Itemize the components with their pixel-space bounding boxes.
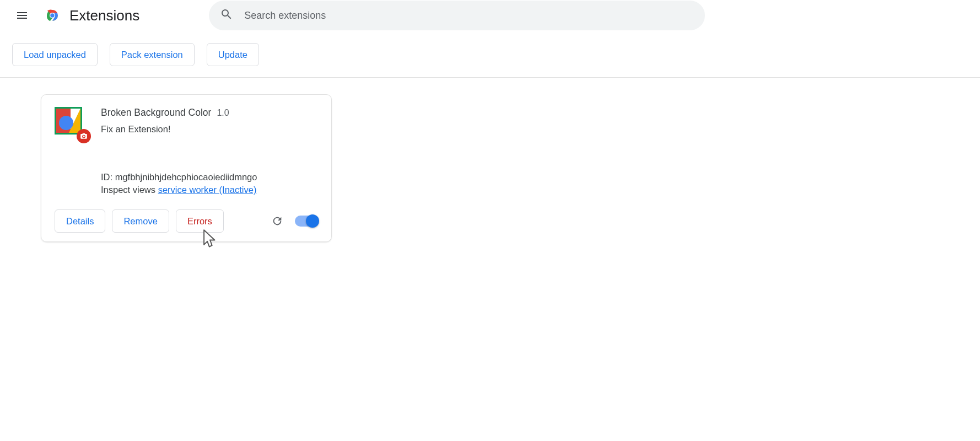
inspect-views: Inspect views service worker (Inactive) (101, 185, 318, 195)
extension-name: Broken Background Color (101, 107, 211, 119)
dev-toolbar: Load unpacked Pack extension Update (0, 31, 980, 78)
details-button[interactable]: Details (55, 209, 105, 233)
search-input[interactable] (243, 9, 694, 22)
pack-extension-button[interactable]: Pack extension (110, 43, 195, 66)
reload-icon[interactable] (266, 210, 288, 232)
extension-icon (55, 107, 87, 139)
extension-version: 1.0 (217, 108, 229, 118)
enabled-toggle[interactable] (295, 216, 318, 227)
search-icon (220, 8, 233, 23)
dev-badge-icon (77, 129, 91, 143)
menu-icon[interactable] (9, 2, 35, 29)
remove-button[interactable]: Remove (112, 209, 169, 233)
extension-description: Fix an Extension! (101, 124, 318, 135)
load-unpacked-button[interactable]: Load unpacked (12, 43, 98, 66)
extension-card: Broken Background Color 1.0 Fix an Exten… (41, 94, 332, 242)
chrome-logo-icon (44, 7, 61, 24)
search-field[interactable] (209, 1, 705, 30)
errors-button[interactable]: Errors (176, 209, 224, 233)
extension-id: ID: mgfbhjnibhjdehcphiocaoiediidmngo (101, 172, 318, 182)
inspect-service-worker-link[interactable]: service worker (Inactive) (158, 185, 257, 195)
content: Broken Background Color 1.0 Fix an Exten… (0, 78, 980, 259)
update-button[interactable]: Update (207, 43, 259, 66)
header: Extensions (0, 0, 980, 31)
page-title: Extensions (69, 7, 139, 24)
